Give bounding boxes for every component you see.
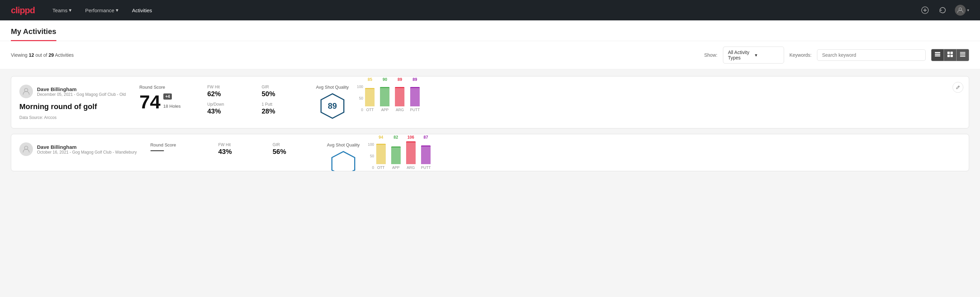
view-grid-button[interactable] xyxy=(944,49,956,61)
user-name: Dave Billingham xyxy=(37,86,126,92)
refresh-button[interactable] xyxy=(937,5,948,16)
bar-column-app: 82APP xyxy=(391,135,401,169)
nav-activities[interactable]: Activities xyxy=(131,0,153,21)
stats-section: FW Hit 43% xyxy=(218,142,259,160)
bar-column-arg: 89ARG xyxy=(395,77,404,112)
bar-category-label: PUTT xyxy=(410,108,420,112)
card-user-info: Dave Billingham December 05, 2021 - Gog … xyxy=(19,85,126,120)
svg-rect-8 xyxy=(950,52,953,54)
bar-column-arg: 106ARG xyxy=(406,135,416,169)
bar-chart-2: 100 50 0 94OTT82APP106ARG87PUTT xyxy=(368,142,961,171)
grid-icon xyxy=(947,52,953,59)
edit-button[interactable] xyxy=(953,82,963,93)
gir-label: GIR xyxy=(261,85,302,89)
one-putt-stat: 1 Putt 28% xyxy=(261,102,302,115)
bar-fill xyxy=(391,147,401,164)
view-toggle xyxy=(931,49,969,61)
score-section: Round Score xyxy=(150,142,205,151)
nav-icons: ▾ xyxy=(920,5,969,16)
bar-category-label: OTT xyxy=(377,166,385,169)
bar-value-label: 106 xyxy=(407,135,414,140)
bar-value-label: 82 xyxy=(394,135,398,140)
svg-rect-13 xyxy=(960,55,966,55)
page-header: My Activities xyxy=(0,21,980,41)
updown-label: Up/Down xyxy=(207,102,248,107)
stats-section-2: GIR 56% xyxy=(273,142,313,160)
quality-section: Avg Shot Quality 100 50 0 xyxy=(327,142,961,171)
score-main: 74 +4 18 Holes xyxy=(139,93,194,112)
activity-title: Morning round of golf xyxy=(19,102,126,111)
chart-y-min-2: 0 xyxy=(368,166,374,169)
nav-teams[interactable]: Teams ▾ xyxy=(51,0,73,21)
view-list-compact-button[interactable] xyxy=(931,49,944,61)
activity-card: Dave Billingham October 16, 2021 - Gog M… xyxy=(11,134,969,171)
svg-line-15 xyxy=(958,86,959,87)
bar-column-ott: 94OTT xyxy=(376,135,386,169)
score-badge: +4 xyxy=(163,93,172,99)
avg-shot-label: Avg Shot Quality xyxy=(327,142,360,147)
svg-rect-10 xyxy=(950,55,953,57)
list-compact-icon xyxy=(935,52,940,59)
hexagon: 89 xyxy=(319,93,346,120)
avatar xyxy=(955,5,966,16)
updown-value: 43% xyxy=(207,107,248,115)
hex-number: 89 xyxy=(328,101,337,111)
gir-value: 56% xyxy=(273,148,313,156)
svg-rect-5 xyxy=(935,54,940,55)
bar-fill xyxy=(365,88,375,106)
stats-section-2: GIR 50% 1 Putt 28% xyxy=(261,85,302,119)
gir-stat: GIR 56% xyxy=(273,142,313,156)
activity-card: Dave Billingham December 05, 2021 - Gog … xyxy=(11,76,969,128)
profile-button[interactable]: ▾ xyxy=(955,5,969,16)
fw-hit-stat: FW Hit 43% xyxy=(218,142,259,156)
round-score-label: Round Score xyxy=(139,85,194,90)
bar-fill xyxy=(376,144,386,164)
navbar: clippd Teams ▾ Performance ▾ Activities xyxy=(0,0,980,21)
svg-rect-12 xyxy=(960,53,966,54)
fw-hit-label: FW Hit xyxy=(218,142,259,147)
one-putt-value: 28% xyxy=(261,107,302,115)
quality-section: Avg Shot Quality 89 100 50 xyxy=(316,85,961,120)
bar-category-label: APP xyxy=(381,108,388,112)
svg-rect-6 xyxy=(935,55,940,56)
bar-fill xyxy=(406,141,416,164)
nav-performance[interactable]: Performance ▾ xyxy=(84,0,120,21)
chart-y-min: 0 xyxy=(357,108,363,112)
logo: clippd xyxy=(11,5,35,16)
add-button[interactable] xyxy=(920,5,931,16)
bar-column-app: 90APP xyxy=(380,77,390,112)
chart-y-max: 100 xyxy=(357,85,363,89)
card-user-info: Dave Billingham October 16, 2021 - Gog M… xyxy=(19,142,137,160)
search-input[interactable] xyxy=(817,49,926,61)
view-list-expanded-button[interactable] xyxy=(956,49,969,61)
chart-y-mid: 50 xyxy=(357,96,363,100)
bar-column-putt: 87PUTT xyxy=(421,135,431,169)
bar-category-label: ARG xyxy=(396,108,404,112)
bar-category-label: PUTT xyxy=(421,166,431,169)
bar-chart: 100 50 0 85OTT90APP89ARG89PUTT xyxy=(357,85,961,120)
bar-category-label: APP xyxy=(392,166,400,169)
keywords-label: Keywords: xyxy=(789,52,811,58)
bar-category-label: ARG xyxy=(407,166,415,169)
user-info: Dave Billingham October 16, 2021 - Gog M… xyxy=(19,142,137,156)
bar-category-label: OTT xyxy=(366,108,374,112)
fw-hit-label: FW Hit xyxy=(207,85,248,89)
svg-marker-19 xyxy=(332,152,355,171)
score-section: Round Score 74 +4 18 Holes xyxy=(139,85,194,113)
gir-value: 50% xyxy=(261,90,302,98)
stats-section: FW Hit 62% Up/Down 43% xyxy=(207,85,248,119)
bar-column-putt: 89PUTT xyxy=(410,77,420,112)
bar-fill xyxy=(380,87,390,106)
bar-value-label: 94 xyxy=(379,135,383,140)
svg-rect-11 xyxy=(960,52,966,53)
user-date: December 05, 2021 - Gog Magog Golf Club … xyxy=(37,92,126,97)
filter-count: Viewing 12 out of 29 Activities xyxy=(11,52,699,58)
bar-value-label: 87 xyxy=(423,135,428,140)
fw-hit-value: 62% xyxy=(207,90,248,98)
dropdown-chevron-icon: ▾ xyxy=(755,52,779,58)
main-content: Dave Billingham December 05, 2021 - Gog … xyxy=(0,69,980,184)
user-date: October 16, 2021 - Gog Magog Golf Club -… xyxy=(37,150,137,155)
bar-value-label: 85 xyxy=(368,77,372,82)
user-name: Dave Billingham xyxy=(37,144,137,150)
activity-type-dropdown[interactable]: All Activity Types ▾ xyxy=(723,46,784,64)
